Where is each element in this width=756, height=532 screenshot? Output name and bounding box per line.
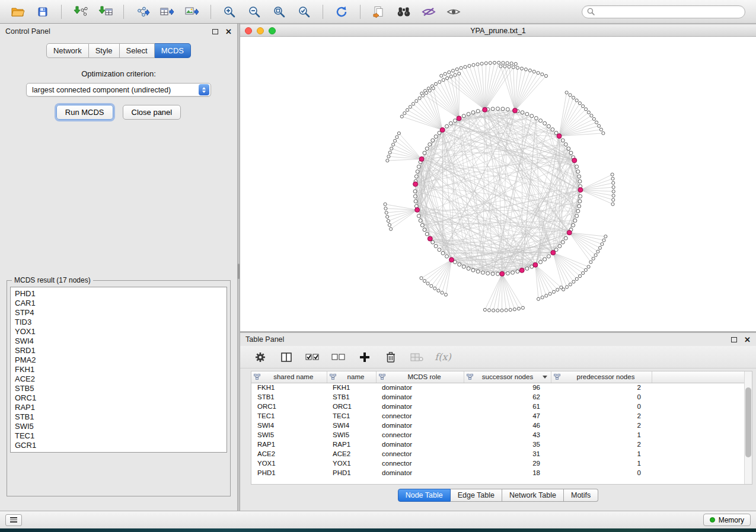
control-panel-body: Optimization criterion: largest connecte… bbox=[0, 59, 237, 511]
mcds-result-item[interactable]: STB1 bbox=[15, 412, 222, 422]
divider-handle-icon[interactable] bbox=[238, 264, 240, 279]
column-header-predecessor-nodes[interactable]: predecessor nodes bbox=[551, 371, 652, 383]
show-columns-button[interactable] bbox=[278, 349, 295, 366]
close-window-icon[interactable] bbox=[245, 27, 252, 34]
show-graphics-details-button[interactable] bbox=[442, 2, 465, 21]
float-panel-icon[interactable] bbox=[212, 29, 218, 34]
node-table-row[interactable]: ACE2ACE2connector311 bbox=[251, 449, 752, 459]
select-all-columns-button[interactable] bbox=[304, 349, 321, 366]
node-table-row[interactable]: ORC1ORC1dominator610 bbox=[251, 402, 752, 411]
mcds-result-item[interactable]: RAP1 bbox=[15, 403, 222, 412]
zoom-in-button[interactable] bbox=[218, 2, 241, 21]
open-session-button[interactable] bbox=[6, 2, 30, 21]
copy-network-button[interactable] bbox=[367, 2, 391, 21]
status-menu-button[interactable] bbox=[5, 514, 22, 526]
control-panel-title: Control Panel bbox=[5, 27, 50, 36]
close-table-panel-icon[interactable]: ✕ bbox=[744, 336, 751, 344]
zoom-selected-icon bbox=[298, 5, 311, 18]
mcds-result-item[interactable]: PMA2 bbox=[15, 355, 222, 365]
node-table-row[interactable]: PHD1PHD1dominator180 bbox=[251, 468, 752, 477]
tab-mcds[interactable]: MCDS bbox=[155, 43, 191, 58]
column-header-shared-name[interactable]: shared name bbox=[251, 371, 327, 383]
column-header-successor-nodes[interactable]: successor nodes bbox=[464, 371, 551, 383]
search-icon bbox=[587, 8, 595, 15]
optimization-criterion-label: Optimization criterion: bbox=[0, 69, 237, 78]
delete-column-button[interactable] bbox=[382, 349, 399, 366]
node-table-row[interactable]: YOX1YOX1connector291 bbox=[251, 459, 752, 468]
tab-style[interactable]: Style bbox=[89, 43, 120, 58]
application-window: Control Panel ✕ NetworkStyleSelectMCDS O… bbox=[0, 0, 756, 532]
mcds-result-item[interactable]: TEC1 bbox=[15, 431, 222, 441]
column-header-name[interactable]: name bbox=[327, 371, 376, 383]
tab-network[interactable]: Network bbox=[46, 43, 89, 58]
node-table[interactable]: shared namenameMCDS rolesuccessor nodesp… bbox=[251, 371, 752, 485]
mcds-result-item[interactable]: CAR1 bbox=[15, 299, 222, 308]
network-graph[interactable] bbox=[240, 37, 756, 331]
zoom-out-button[interactable] bbox=[243, 2, 266, 21]
unselect-all-columns-button[interactable] bbox=[330, 349, 347, 366]
export-table-button[interactable] bbox=[155, 2, 179, 21]
criterion-select[interactable]: largest connected component (undirected) bbox=[26, 83, 211, 97]
import-table-button[interactable] bbox=[93, 2, 117, 21]
mcds-result-item[interactable]: ORC1 bbox=[15, 393, 222, 403]
save-session-button[interactable] bbox=[31, 2, 55, 21]
search-field[interactable] bbox=[582, 5, 745, 18]
node-table-row[interactable]: TEC1TEC1connector472 bbox=[251, 411, 752, 421]
export-network-button[interactable] bbox=[130, 2, 154, 21]
table-scrollbar-thumb[interactable] bbox=[745, 387, 751, 457]
control-panel-spacer bbox=[0, 120, 237, 276]
network-canvas[interactable] bbox=[240, 37, 756, 331]
delete-table-button[interactable] bbox=[409, 349, 425, 366]
mcds-result-item[interactable]: SWI5 bbox=[15, 422, 222, 431]
create-column-button[interactable] bbox=[356, 349, 373, 366]
node-table-row[interactable]: STB1STB1dominator620 bbox=[251, 392, 752, 402]
mcds-result-item[interactable]: STP4 bbox=[15, 308, 222, 318]
mcds-result-item[interactable]: GCR1 bbox=[15, 441, 222, 450]
mcds-result-item[interactable]: YOX1 bbox=[15, 327, 222, 336]
node-table-row[interactable]: SWI4SWI4dominator462 bbox=[251, 421, 752, 430]
minimize-window-icon[interactable] bbox=[257, 27, 264, 34]
import-network-button[interactable] bbox=[68, 2, 92, 21]
mcds-result-item[interactable]: ACE2 bbox=[15, 374, 222, 384]
search-binoculars-button[interactable] bbox=[392, 2, 416, 21]
mcds-result-item[interactable]: SWI4 bbox=[15, 336, 222, 346]
sort-chevron-icon[interactable] bbox=[543, 376, 547, 379]
toolbar-separator bbox=[210, 5, 211, 19]
zoom-selected-button[interactable] bbox=[292, 2, 316, 21]
export-network-icon bbox=[135, 5, 150, 18]
mcds-result-list[interactable]: PHD1CAR1STP4TID3YOX1SWI4SRD1PMA2FKH1ACE2… bbox=[10, 287, 227, 453]
mcds-result-item[interactable]: PHD1 bbox=[15, 289, 222, 299]
zoom-in-icon bbox=[223, 5, 236, 18]
run-mcds-button[interactable]: Run MCDS bbox=[56, 105, 113, 120]
node-table-row[interactable]: RAP1RAP1dominator352 bbox=[251, 440, 752, 449]
table-scrollbar[interactable] bbox=[744, 371, 752, 484]
maximize-window-icon[interactable] bbox=[269, 27, 276, 34]
tab-node-table[interactable]: Node Table bbox=[398, 489, 451, 502]
mcds-result-item[interactable]: FKH1 bbox=[15, 365, 222, 374]
tab-select[interactable]: Select bbox=[120, 43, 155, 58]
refresh-view-button[interactable] bbox=[330, 2, 353, 21]
node-table-row[interactable]: SWI5SWI5connector431 bbox=[251, 430, 752, 440]
column-header-MCDS-role[interactable]: MCDS role bbox=[376, 371, 464, 383]
zoom-fit-button[interactable] bbox=[267, 2, 291, 21]
table-settings-button[interactable] bbox=[252, 349, 269, 366]
tab-edge-table[interactable]: Edge Table bbox=[451, 489, 502, 502]
column-type-icon bbox=[254, 374, 260, 380]
toolbar-separator bbox=[323, 5, 323, 19]
export-image-button[interactable] bbox=[180, 2, 204, 21]
memory-button[interactable]: Memory bbox=[703, 514, 751, 526]
tab-motifs[interactable]: Motifs bbox=[564, 489, 598, 502]
close-panel-button[interactable]: Close panel bbox=[123, 105, 181, 120]
float-table-panel-icon[interactable] bbox=[731, 337, 737, 342]
tab-network-table[interactable]: Network Table bbox=[502, 489, 564, 502]
function-builder-button[interactable]: f(x) bbox=[435, 349, 451, 366]
table-toolbar: f(x) bbox=[240, 346, 756, 368]
column-type-icon bbox=[330, 374, 336, 380]
mcds-result-item[interactable]: STB5 bbox=[15, 384, 222, 393]
node-table-row[interactable]: FKH1FKH1dominator962 bbox=[251, 383, 752, 392]
mcds-result-item[interactable]: TID3 bbox=[15, 318, 222, 327]
mcds-result-item[interactable]: SRD1 bbox=[15, 346, 222, 355]
close-panel-icon[interactable]: ✕ bbox=[225, 28, 232, 36]
search-input[interactable] bbox=[598, 8, 740, 16]
hide-graphics-details-button[interactable] bbox=[417, 2, 441, 21]
